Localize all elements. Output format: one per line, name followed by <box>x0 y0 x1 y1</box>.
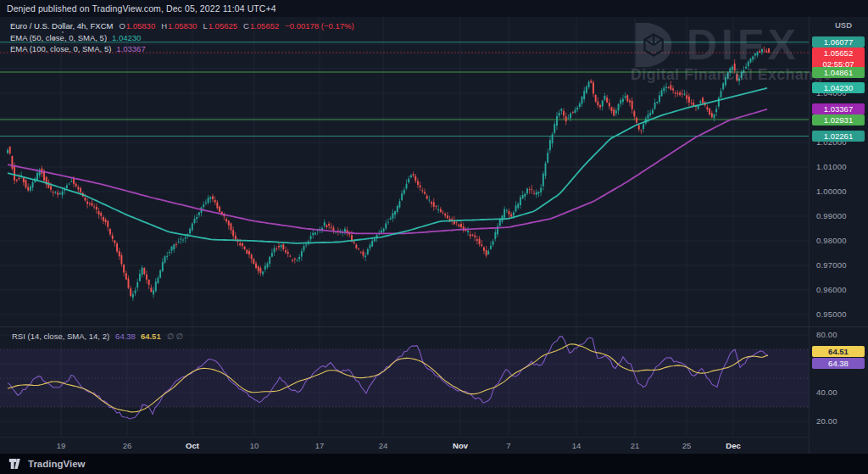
candle-body <box>609 103 610 106</box>
candle-body <box>618 104 620 111</box>
candle-body <box>408 179 409 182</box>
ohlc-key: O <box>119 21 125 31</box>
time-axis-tick-17[interactable]: 17 <box>301 441 338 450</box>
candle-body <box>14 166 15 181</box>
symbol-title[interactable]: Euro / U.S. Dollar, 4h, FXCM <box>10 21 113 31</box>
candle-body <box>672 88 674 90</box>
candle-body <box>116 243 118 251</box>
candle-body <box>11 156 13 169</box>
chart-canvas[interactable] <box>0 0 868 474</box>
candle-body <box>649 113 651 115</box>
candle-body <box>734 64 736 70</box>
ohlc-value: 1.05652 <box>250 21 279 31</box>
candle-body <box>18 178 19 179</box>
candle-body <box>303 246 305 251</box>
candle-body <box>563 111 565 115</box>
candle-body <box>70 181 72 182</box>
time-axis-tick-7[interactable]: 7 <box>490 441 527 450</box>
time-axis-scale[interactable]: 1926Oct101724Nov7142125Dec <box>0 437 809 454</box>
ohlc-value: 1.05830 <box>168 21 197 31</box>
candle-body <box>289 256 291 257</box>
candle-body <box>504 209 505 218</box>
candle-body <box>675 92 676 93</box>
candle-body <box>301 251 303 256</box>
candle-body <box>189 229 191 234</box>
ema100-value: 1.03367 <box>116 44 145 53</box>
candle-body <box>599 105 601 108</box>
candle-body <box>275 248 277 249</box>
time-axis-tick-21[interactable]: 21 <box>616 441 654 450</box>
price-axis-tick: 0.96000 <box>816 285 847 294</box>
price-axis-tick: 0.98000 <box>816 236 847 245</box>
candle-body <box>560 109 562 111</box>
candle-body <box>764 50 765 51</box>
candle-body <box>182 240 184 241</box>
price-axis-tick: 1.01000 <box>816 162 847 171</box>
candle-body <box>622 99 624 102</box>
candle-body <box>331 226 332 227</box>
price-change: −0.00178 (−0.17%) <box>285 21 353 31</box>
time-axis-tick-25[interactable]: 25 <box>668 441 705 450</box>
candle-body <box>148 280 150 285</box>
candle-body <box>663 87 665 91</box>
candle-body <box>75 184 77 187</box>
time-axis-tick-oct[interactable]: Oct <box>174 441 211 450</box>
candle-body <box>89 203 91 204</box>
candle-body <box>476 239 478 241</box>
candle-body <box>120 255 122 264</box>
time-axis-tick-26[interactable]: 26 <box>108 441 146 450</box>
candle-body <box>128 278 130 287</box>
candle-body <box>164 256 166 262</box>
candle-body <box>371 241 373 247</box>
time-axis-tick-10[interactable]: 10 <box>236 441 273 450</box>
tradingview-logo-icon[interactable] <box>8 458 23 470</box>
candle-body <box>36 173 38 181</box>
candle-body <box>244 247 246 249</box>
candle-body <box>185 237 186 239</box>
ema50-label[interactable]: EMA (50, close, 0, SMA, 5) <box>10 33 107 42</box>
footer-brand[interactable]: TradingView <box>28 459 86 469</box>
candle-body <box>281 245 282 247</box>
candle-body <box>305 245 307 246</box>
candle-body <box>765 51 767 53</box>
rsi-hidden-values: ∅ ∅ <box>167 332 183 341</box>
rsi-label[interactable]: RSI (14, close, SMA, 14, 2) <box>12 332 109 341</box>
time-axis-tick-14[interactable]: 14 <box>558 441 595 450</box>
candle-body <box>684 94 686 95</box>
time-axis-tick-19[interactable]: 19 <box>42 441 80 450</box>
time-axis-tick-24[interactable]: 24 <box>364 441 402 450</box>
candle-body <box>381 231 382 233</box>
candle-body <box>180 239 181 240</box>
candle-body <box>682 93 683 94</box>
candle-body <box>192 223 193 230</box>
candle-body <box>196 217 198 219</box>
candle-body <box>255 264 257 268</box>
candle-body <box>59 193 61 194</box>
axis-currency-label: USD <box>835 20 852 30</box>
candle-body <box>638 125 640 130</box>
price-axis-scale[interactable]: USD 1.040001.020001.010001.000000.990000… <box>809 17 868 454</box>
candle-body <box>456 222 458 223</box>
candle-body <box>688 97 690 103</box>
candle-body <box>492 241 494 244</box>
candle-body <box>472 235 474 236</box>
candle-body <box>515 205 517 211</box>
candle-body <box>715 109 717 113</box>
candle-body <box>292 260 293 261</box>
candle-body <box>27 187 29 191</box>
candle-body <box>390 218 392 220</box>
candle-body <box>50 186 52 189</box>
candle-body <box>232 230 234 236</box>
time-axis-tick-nov[interactable]: Nov <box>442 441 479 450</box>
ema100-label[interactable]: EMA (100, close, 0, SMA, 5) <box>10 44 111 53</box>
candle-body <box>442 213 444 214</box>
candle-body <box>470 234 471 236</box>
rsi-axis-label: 64.51 <box>812 346 865 357</box>
candle-body <box>119 251 120 256</box>
candle-body <box>364 255 366 257</box>
candle-body <box>436 206 437 207</box>
time-axis-tick-dec[interactable]: Dec <box>715 441 752 450</box>
symbol-row: Euro / U.S. Dollar, 4h, FXCM O1.05830H1.… <box>10 20 354 32</box>
candle-body <box>721 91 722 98</box>
candle-body <box>531 189 532 190</box>
